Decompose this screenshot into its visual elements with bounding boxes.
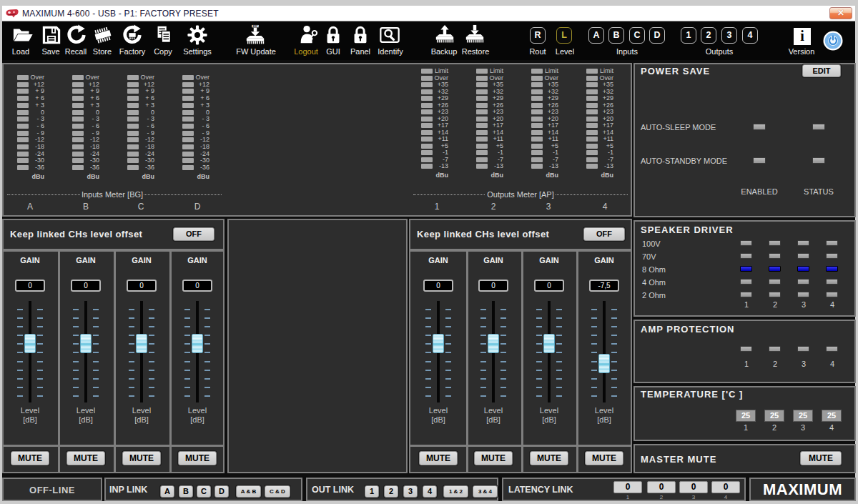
- svg-text:ERP: ERP: [253, 25, 259, 28]
